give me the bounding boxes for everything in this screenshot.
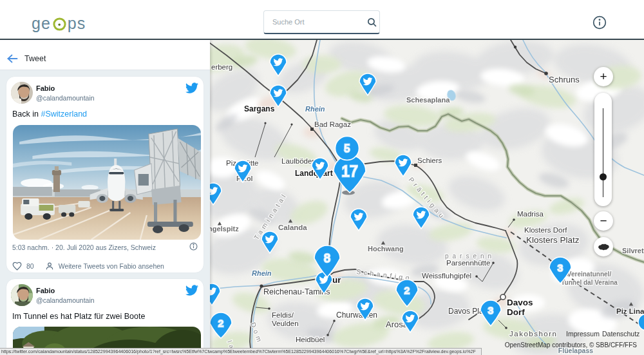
sidebar-header: Tweet — [0, 40, 210, 70]
datenschutz-link[interactable]: Datenschutz — [602, 330, 639, 338]
like-count[interactable]: 80 — [26, 262, 34, 270]
cluster-count: 2 — [218, 318, 223, 329]
cluster-count: 17 — [341, 163, 358, 180]
map-canvas: erbergSargansRheinBad RagazSchrunsSchesa… — [210, 40, 644, 355]
map-label: Veulden — [272, 320, 299, 327]
search-icon[interactable] — [366, 17, 377, 28]
map-label: Parsennhütte — [446, 259, 490, 267]
map-label: Jakobshorn — [509, 330, 557, 338]
map[interactable]: erbergSargansRheinBad RagazSchrunsSchesa… — [210, 40, 644, 355]
tweet-author-name[interactable]: Fabio — [36, 84, 55, 92]
map-label: Weissfluhgipfel — [422, 272, 471, 280]
map-label: Klosters Dorf — [524, 226, 567, 234]
logo-o-icon — [52, 17, 67, 32]
back-button[interactable] — [7, 54, 18, 63]
tweet-text: Im Tunnel es hat Platz für zwei Boote — [12, 312, 145, 321]
logo-text-ge: ge — [32, 15, 51, 32]
tweet-info-icon[interactable] — [189, 242, 198, 253]
tweet-card: Fabio @calandamountain Back in #Switzerl… — [6, 76, 204, 273]
switzerland-icon — [598, 243, 610, 251]
map-label: Madrisa — [517, 210, 544, 218]
map-label: ngelspitz — [210, 225, 239, 233]
back-arrow-icon — [7, 54, 18, 63]
map-label: Sargans — [244, 104, 275, 113]
logo-text-ps: ps — [68, 15, 86, 32]
map-label: Laulböden — [281, 157, 316, 165]
status-bar: https://twitter.com/calandamountain/stat… — [0, 348, 482, 355]
map-label: Tunnel dal Veraina — [561, 279, 618, 286]
cluster-count: 5 — [345, 143, 350, 154]
map-label: Davos — [507, 298, 533, 307]
search-input[interactable] — [264, 18, 366, 26]
tweet-text: Back in #Switzerland — [12, 110, 87, 119]
zoom-slider-track — [603, 108, 603, 197]
map-label: Heidbüel — [296, 336, 325, 343]
tweet-author-handle[interactable]: @calandamountain — [36, 296, 95, 304]
cluster-count: 3 — [488, 305, 493, 316]
like-icon[interactable] — [12, 262, 22, 271]
map-label: Feldis/ — [272, 311, 294, 319]
tweet-card: Fabio @calandamountain Im Tunnel es hat … — [6, 278, 204, 355]
info-button[interactable] — [592, 15, 607, 30]
map-label: Rhein — [305, 105, 325, 113]
map-label: Schesaplana — [406, 96, 450, 104]
map-label: Bad Ragaz — [314, 120, 351, 128]
avatar[interactable] — [11, 284, 33, 306]
cluster-count: 2 — [404, 285, 410, 296]
sidebar-title: Tweet — [24, 54, 46, 63]
map-label: Vereinatunnel/ — [567, 271, 612, 278]
map-label: Piz Linard — [616, 307, 644, 315]
impressum-link[interactable]: Impressum — [566, 330, 600, 338]
tweet-actions: 80 Weitere Tweets von Fabio ansehen — [12, 262, 164, 271]
fit-switzerland-button[interactable] — [594, 237, 613, 256]
twitter-icon[interactable] — [185, 285, 198, 298]
tweet-author-handle[interactable]: @calandamountain — [36, 94, 95, 102]
map-label: Rhein — [252, 269, 272, 277]
zoom-in-button[interactable]: + — [594, 67, 613, 86]
geops-logo[interactable]: ge ps — [32, 15, 86, 32]
avatar[interactable] — [11, 82, 33, 104]
zoom-slider-thumb[interactable] — [600, 173, 607, 180]
twitter-icon[interactable] — [185, 82, 198, 96]
map-label: Dorf — [507, 307, 525, 317]
map-label: Calanda — [278, 224, 307, 231]
map-attribution: OpenStreetMap contributors, © SBB/CFF/FF… — [505, 341, 637, 349]
zoom-out-button[interactable]: − — [594, 211, 613, 231]
map-label: Silvretta — [622, 247, 644, 254]
person-icon — [45, 262, 54, 271]
tweet-author-name[interactable]: Fabio — [36, 287, 55, 294]
sidebar: Tweet Fabio @calandamountain — [0, 40, 210, 355]
map-label: Schruns — [549, 75, 580, 84]
search-box — [263, 10, 380, 34]
map-label: erberg — [211, 63, 232, 71]
app: ge ps — [0, 0, 644, 355]
cluster-count: 3 — [558, 262, 563, 273]
tweet-timestamp[interactable]: 5:03 nachm. · 20. Juli 2020 aus Zizers, … — [12, 244, 156, 251]
cluster-count: 8 — [324, 252, 330, 265]
tweet-photo-airport[interactable] — [13, 125, 201, 240]
info-icon — [592, 15, 607, 30]
map-label: Schiers — [417, 157, 442, 164]
more-tweets-link[interactable]: Weitere Tweets von Fabio ansehen — [45, 262, 164, 271]
header: ge ps — [0, 0, 644, 40]
zoom-slider[interactable] — [594, 93, 612, 206]
cluster-marker[interactable]: 5 — [336, 137, 359, 160]
map-label: Churwalden — [336, 311, 377, 320]
map-label: Klosters Platz — [526, 235, 580, 245]
map-label: Hochwang — [368, 245, 404, 253]
hashtag-link[interactable]: #Switzerland — [41, 110, 87, 119]
